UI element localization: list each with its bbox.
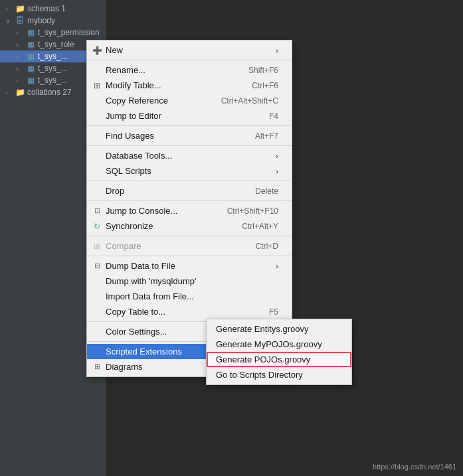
tree-arrow: › [5, 89, 15, 96]
submenu-label: Generate POJOs.groovy [216, 355, 310, 364]
watermark-label: https://blog.csdn.net/1461 [373, 463, 456, 471]
menu-item-jump-editor[interactable]: Jump to Editor F4 [87, 108, 292, 123]
tree-label: t_sys_role [38, 40, 74, 49]
separator [87, 236, 292, 236]
menu-item-rename[interactable]: Rename... Shift+F6 [87, 62, 292, 78]
menu-label: Copy Table to... [106, 307, 249, 317]
shortcut-text: Ctrl+D [236, 242, 278, 251]
tree-arrow: › [16, 29, 25, 37]
submenu-arrow-icon: › [262, 152, 278, 160]
submenu-item-generate-entitys[interactable]: Generate Entitys.groovy [207, 321, 351, 337]
menu-item-copy-table[interactable]: Copy Table to... F5 [87, 304, 292, 319]
separator [87, 200, 292, 201]
tree-label: schemas 1 [27, 4, 66, 13]
separator [87, 256, 292, 256]
tree-arrow: ∨ [5, 17, 15, 25]
submenu-label: Generate Entitys.groovy [216, 324, 308, 334]
menu-item-synchronize[interactable]: ↻ Synchronize Ctrl+Alt+Y [87, 218, 292, 234]
shortcut-text: F4 [249, 112, 278, 121]
menu-item-copy-reference[interactable]: Copy Reference Ctrl+Alt+Shift+C [87, 93, 292, 108]
tree-label: collations 27 [27, 88, 72, 97]
menu-label: Compare [106, 241, 236, 251]
shortcut-text: Ctrl+F6 [232, 81, 278, 90]
menu-label: Import Data from File... [106, 291, 278, 301]
menu-item-db-tools[interactable]: Database Tools... › [87, 148, 292, 163]
menu-label: Find Usages [106, 131, 235, 141]
menu-label: Copy Reference [106, 96, 201, 106]
shortcut-text: F5 [249, 307, 278, 317]
console-icon: ⊡ [91, 206, 103, 215]
tree-arrow: › [16, 53, 25, 60]
menu-label: Modify Table... [106, 80, 232, 90]
watermark-text: https://blog.csdn.net/1461 [373, 463, 456, 471]
tree-item-schemas[interactable]: › 📁 schemas 1 [0, 3, 106, 15]
diagrams-icon: ⊞ [91, 362, 103, 371]
tree-label: t_sys_... [38, 64, 68, 73]
submenu-label: Generate MyPOJOs.groovy [216, 339, 322, 349]
sync-icon: ↻ [91, 222, 103, 231]
shortcut-text: Ctrl+Alt+Shift+C [201, 96, 278, 106]
tree-label: t_sys_... [38, 52, 68, 61]
menu-label: Jump to Editor [106, 111, 249, 121]
submenu-arrow-icon: › [262, 167, 278, 175]
menu-item-dump-file[interactable]: ⊟ Dump Data to File › [87, 258, 292, 274]
folder-icon: 📁 [15, 88, 25, 97]
folder-icon: 📁 [15, 4, 25, 13]
separator [87, 60, 292, 60]
menu-label: Rename... [106, 65, 229, 75]
shortcut-text: Ctrl+Alt+Y [222, 222, 278, 231]
tree-arrow: › [16, 65, 25, 72]
compare-icon: ⊞ [91, 242, 103, 251]
menu-label: SQL Scripts [106, 166, 262, 176]
menu-item-compare[interactable]: ⊞ Compare Ctrl+D [87, 238, 292, 254]
menu-item-drop[interactable]: Drop Delete [87, 183, 292, 198]
table-icon: ▦ [25, 52, 36, 61]
tree-arrow: › [16, 41, 25, 48]
dump-icon: ⊟ [91, 262, 103, 270]
submenu-item-go-to-scripts[interactable]: Go to Scripts Directory [207, 367, 351, 382]
tree-item-permission[interactable]: › ▦ t_sys_permission [0, 27, 106, 39]
menu-label: Synchronize [106, 221, 222, 231]
shortcut-text: Alt+F7 [235, 131, 278, 141]
menu-label: Dump Data to File [106, 261, 262, 271]
table-icon: ▦ [25, 40, 36, 49]
menu-label: Drop [106, 186, 235, 196]
submenu-scripted-extensions: Generate Entitys.groovy Generate MyPOJOs… [206, 319, 352, 385]
tree-item-mybody[interactable]: ∨ 🗄 mybody [0, 15, 106, 27]
separator [87, 181, 292, 181]
menu-label: New [106, 45, 262, 55]
table-icon: ▦ [25, 64, 36, 73]
submenu-arrow-icon: › [262, 46, 278, 54]
menu-item-sql-scripts[interactable]: SQL Scripts › [87, 163, 292, 179]
menu-item-find-usages[interactable]: Find Usages Alt+F7 [87, 128, 292, 143]
tree-label: mybody [27, 16, 55, 25]
db-icon: 🗄 [15, 16, 25, 25]
tree-arrow: › [5, 5, 15, 13]
shortcut-text: Delete [235, 187, 278, 196]
menu-item-new[interactable]: ➕ New › [87, 42, 292, 58]
menu-item-import[interactable]: Import Data from File... [87, 289, 292, 304]
table-icon: ▦ [25, 76, 36, 85]
tree-label: t_sys_permission [38, 28, 100, 37]
submenu-arrow-icon: › [262, 262, 278, 270]
submenu-label: Go to Scripts Directory [216, 370, 303, 380]
separator [87, 145, 292, 146]
tree-arrow: › [16, 77, 25, 84]
submenu-item-generate-mypojos[interactable]: Generate MyPOJOs.groovy [207, 337, 351, 352]
menu-label: Jump to Console... [106, 206, 207, 216]
tree-label: t_sys_... [38, 76, 68, 85]
shortcut-text: Ctrl+Shift+F10 [207, 206, 278, 216]
new-icon: ➕ [91, 46, 103, 55]
shortcut-text: Shift+F6 [229, 66, 278, 75]
table-icon: ▦ [25, 28, 36, 37]
separator [87, 125, 292, 126]
menu-label: Database Tools... [106, 151, 262, 161]
menu-item-modify-table[interactable]: ⊞ Modify Table... Ctrl+F6 [87, 78, 292, 93]
menu-item-dump-mysqldump[interactable]: Dump with 'mysqldump' [87, 274, 292, 289]
menu-label: Dump with 'mysqldump' [106, 276, 278, 286]
menu-item-jump-console[interactable]: ⊡ Jump to Console... Ctrl+Shift+F10 [87, 203, 292, 218]
table-icon: ⊞ [91, 81, 103, 90]
submenu-item-generate-pojos[interactable]: Generate POJOs.groovy [207, 352, 351, 367]
